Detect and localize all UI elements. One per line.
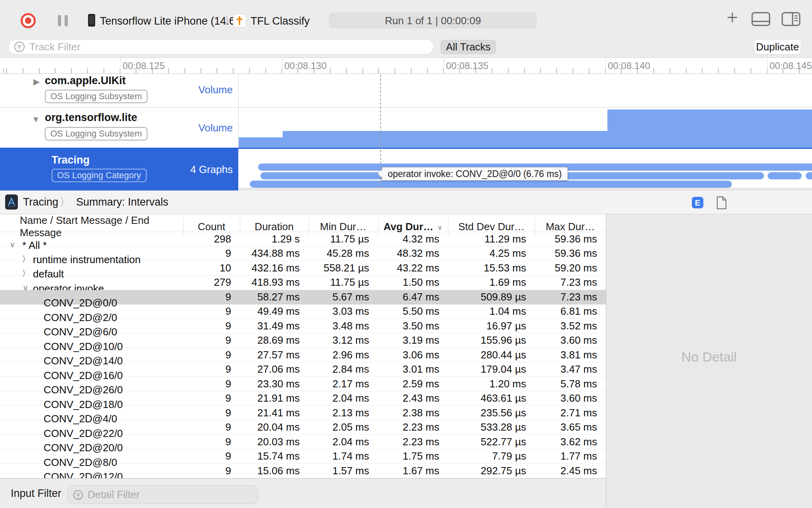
- row-min-cell: 2.04 ms: [308, 392, 378, 404]
- process-selector[interactable]: TFL Classify: [251, 15, 310, 27]
- row-min-cell: 2.17 ms: [308, 378, 378, 390]
- row-min-cell: 2.05 ms: [308, 421, 378, 433]
- row-count-cell: 9: [183, 363, 240, 375]
- detail-filter-input[interactable]: Detail Filter: [67, 485, 259, 504]
- row-count-cell: 9: [183, 247, 240, 260]
- toggle-bottom-pane-button[interactable]: [751, 11, 771, 27]
- track-row-uikit[interactable]: ▶ com.apple.UIKit OS Logging Subsystem V…: [0, 74, 238, 107]
- row-std-cell: 1.20 ms: [448, 378, 535, 390]
- row-duration-cell: 31.49 ms: [240, 320, 308, 332]
- row-count-cell: 9: [183, 450, 240, 462]
- row-max-cell: 59.20 ms: [535, 262, 606, 274]
- track-type-badge: OS Logging Subsystem: [45, 90, 147, 103]
- row-std-cell: 15.53 ms: [448, 262, 535, 274]
- timeline-ruler[interactable]: 00:08.12500:08.13000:08.13500:08.14000:0…: [0, 58, 812, 74]
- ruler-time-label: 00:08.130: [284, 60, 327, 71]
- table-row[interactable]: CONV_2D@12/0915.06 ms1.57 ms1.67 ms292.7…: [0, 464, 606, 478]
- interval-bar[interactable]: [250, 181, 732, 188]
- row-min-cell: 3.03 ms: [308, 305, 378, 318]
- table-row[interactable]: CONV_2D@18/0921.91 ms2.04 ms2.43 ms463.6…: [0, 391, 606, 406]
- table-row[interactable]: CONV_2D@20/0920.03 ms2.04 ms2.23 ms522.7…: [0, 435, 606, 449]
- ruler-gridline: [605, 58, 606, 73]
- row-std-cell: 235.56 µs: [448, 407, 535, 419]
- row-duration-cell: 21.91 ms: [240, 392, 308, 404]
- interval-bar[interactable]: [768, 172, 802, 179]
- track-area: ▶ com.apple.UIKit OS Logging Subsystem V…: [0, 74, 812, 190]
- input-filter-label[interactable]: Input Filter: [11, 487, 61, 500]
- track-meta-label: 4 Graphs: [190, 164, 233, 176]
- row-avg-cell: 48.32 ms: [378, 247, 448, 260]
- track-row-tracing-selected[interactable]: Tracing OS Logging Category 4 Graphs: [0, 148, 238, 190]
- table-row[interactable]: CONV_2D@10/0928.69 ms3.12 ms3.19 ms155.9…: [0, 333, 606, 348]
- breadcrumb-chevron-icon: 〉: [59, 195, 70, 209]
- uikit-volume-graph[interactable]: [239, 74, 812, 107]
- table-row[interactable]: CONV_2D@2/0949.49 ms3.03 ms5.50 ms1.04 m…: [0, 304, 606, 319]
- row-avg-cell: 2.59 ms: [378, 378, 448, 390]
- track-meta-label: Volume: [198, 84, 233, 96]
- table-row[interactable]: CONV_2D@14/0927.57 ms2.96 ms3.06 ms280.4…: [0, 348, 606, 362]
- sort-direction-icon: ∨: [437, 223, 442, 232]
- row-count-cell: 9: [183, 392, 240, 404]
- summary-table: Name / Start Message / End MessageCountD…: [0, 214, 606, 478]
- record-button[interactable]: [21, 13, 36, 28]
- breadcrumb-instrument[interactable]: Tracing: [23, 196, 58, 208]
- toggle-inspector-pane-button[interactable]: [781, 11, 801, 27]
- track-filter-input[interactable]: Track Filter: [8, 39, 434, 54]
- table-row[interactable]: 〉default10432.16 ms558.21 µs43.22 ms15.5…: [0, 261, 606, 275]
- table-row[interactable]: CONV_2D@6/0931.49 ms3.48 ms3.50 ms16.97 …: [0, 319, 606, 333]
- tensorflow-volume-graph[interactable]: [239, 108, 812, 148]
- table-row[interactable]: CONV_2D@0/0958.27 ms5.67 ms6.47 ms509.89…: [0, 290, 606, 304]
- table-row[interactable]: CONV_2D@22/0920.04 ms2.05 ms2.23 ms533.2…: [0, 420, 606, 435]
- row-min-cell: 45.28 ms: [308, 247, 378, 260]
- row-max-cell: 3.81 ms: [535, 349, 606, 361]
- row-std-cell: 463.61 µs: [448, 392, 535, 404]
- extended-detail-button[interactable]: E: [692, 197, 703, 208]
- table-row[interactable]: CONV_2D@16/0927.06 ms2.84 ms3.01 ms179.0…: [0, 362, 606, 377]
- ruler-gridline: [120, 58, 121, 73]
- table-row[interactable]: CONV_2D@4/0921.41 ms2.13 ms2.38 ms235.56…: [0, 406, 606, 420]
- row-min-cell: 1.57 ms: [308, 465, 378, 477]
- table-row[interactable]: CONV_2D@26/0923.30 ms2.17 ms2.59 ms1.20 …: [0, 377, 606, 391]
- table-row[interactable]: ∨* All *2981.29 s11.75 µs4.32 ms11.29 ms…: [0, 232, 606, 246]
- row-avg-cell: 3.19 ms: [378, 334, 448, 346]
- track-name-column-divider[interactable]: [238, 74, 239, 148]
- record-dot-icon: [25, 17, 31, 24]
- all-tracks-button[interactable]: All Tracks: [440, 40, 496, 54]
- volume-step-bar: [238, 137, 283, 148]
- ruler-gridline: [444, 58, 444, 73]
- row-duration-cell: 27.57 ms: [240, 349, 308, 361]
- duplicate-button[interactable]: Duplicate: [754, 40, 801, 54]
- no-detail-message: No Detail: [606, 349, 812, 365]
- table-row[interactable]: ∨operator invoke279418.93 ms11.75 µs1.50…: [0, 275, 606, 290]
- disclosure-collapsed-icon[interactable]: ▶: [33, 77, 40, 87]
- row-duration-cell: 1.29 s: [240, 233, 308, 245]
- row-duration-cell: 20.04 ms: [240, 421, 308, 433]
- column-header-label: Std Dev Dur…: [458, 221, 525, 233]
- row-min-cell: 2.84 ms: [308, 363, 378, 375]
- disclosure-expanded-icon[interactable]: ▼: [32, 115, 40, 124]
- breadcrumb-summary-page[interactable]: Summary: Intervals: [76, 196, 169, 208]
- row-max-cell: 6.81 ms: [535, 305, 606, 318]
- row-std-cell: 1.04 ms: [448, 305, 535, 318]
- row-min-cell: 2.04 ms: [308, 436, 378, 448]
- device-target-selector[interactable]: Tensorflow Lite iPhone (14.6): [100, 15, 239, 27]
- ruler-minor-ticks: [0, 68, 812, 73]
- ruler-time-label: 00:08.125: [123, 60, 165, 71]
- track-filter-placeholder: Track Filter: [29, 41, 80, 53]
- interval-bar[interactable]: [806, 172, 812, 179]
- row-max-cell: 59.36 ms: [535, 233, 606, 245]
- add-instrument-button[interactable]: [726, 11, 739, 24]
- row-avg-cell: 2.23 ms: [378, 436, 448, 448]
- row-duration-cell: 27.06 ms: [240, 363, 308, 375]
- row-avg-cell: 3.06 ms: [378, 349, 448, 361]
- pause-button[interactable]: [58, 15, 68, 26]
- track-row-tensorflow[interactable]: ▼ org.tensorflow.lite OS Logging Subsyst…: [0, 108, 238, 148]
- table-row[interactable]: CONV_2D@8/0915.74 ms1.74 ms1.75 ms7.79 µ…: [0, 449, 606, 464]
- ruler-time-label: 00:08.135: [446, 60, 488, 71]
- table-body: ∨* All *2981.29 s11.75 µs4.32 ms11.29 ms…: [0, 232, 606, 478]
- row-count-cell: 9: [183, 320, 240, 332]
- document-inspector-icon[interactable]: [716, 196, 727, 210]
- table-row[interactable]: 〉runtime instrumentation9434.88 ms45.28 …: [0, 246, 606, 261]
- row-min-cell: 2.96 ms: [308, 349, 378, 361]
- row-count-cell: 9: [183, 465, 240, 477]
